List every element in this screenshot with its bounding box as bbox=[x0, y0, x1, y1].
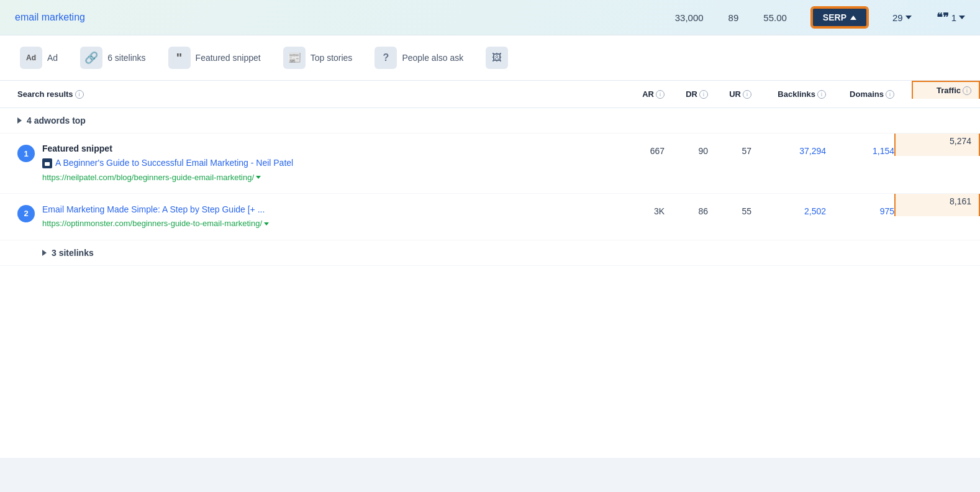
metric4-dropdown[interactable]: ❝❞ 1 bbox=[937, 11, 965, 24]
col-domains-label: Domains bbox=[850, 89, 884, 99]
col-ur-label: UR bbox=[729, 89, 741, 99]
ur-info-icon[interactable]: i bbox=[743, 90, 751, 99]
adwords-row[interactable]: 4 adwords top bbox=[0, 108, 980, 134]
serp-label: SERP bbox=[823, 12, 846, 22]
col-domains: Domains i bbox=[826, 89, 894, 99]
traffic-info-icon[interactable]: i bbox=[963, 86, 971, 95]
feature-featured-snippet[interactable]: " Featured snippet bbox=[168, 47, 261, 69]
result-2-number: 2 bbox=[17, 205, 35, 222]
result-1-number: 1 bbox=[17, 145, 35, 162]
feature-sitelinks-label: 6 sitelinks bbox=[107, 53, 145, 63]
keyword-label[interactable]: email marketing bbox=[15, 12, 114, 23]
image-icon: 🖼 bbox=[486, 47, 508, 69]
feature-featured-label: Featured snippet bbox=[196, 53, 261, 63]
col-dr-label: DR bbox=[686, 89, 697, 99]
metric2: 55.00 bbox=[763, 12, 787, 23]
url-2-caret-icon bbox=[264, 222, 269, 226]
result-1-title-col: 1 Featured snippet A Beginner's Guide to… bbox=[17, 144, 615, 183]
feature-sitelinks[interactable]: 🔗 6 sitelinks bbox=[80, 47, 145, 69]
result-2-content: Email Marketing Made Simple: A Step by S… bbox=[42, 204, 269, 230]
metric4-value: 1 bbox=[951, 12, 956, 23]
col-backlinks: Backlinks i bbox=[751, 89, 826, 99]
featured-snippet-icon: " bbox=[168, 47, 191, 69]
result-1-traffic: 5,274 bbox=[894, 134, 980, 156]
result-1-link[interactable]: A Beginner's Guide to Successful Email M… bbox=[42, 157, 293, 170]
table-row: 1 Featured snippet A Beginner's Guide to… bbox=[0, 134, 980, 194]
col-ar: AR i bbox=[615, 89, 665, 99]
people-ask-icon: ? bbox=[374, 47, 397, 69]
search-results-info-icon[interactable]: i bbox=[75, 90, 84, 99]
result-2-title: Email Marketing Made Simple: A Step by S… bbox=[42, 204, 265, 216]
result-1-domains[interactable]: 1,154 bbox=[826, 144, 894, 156]
top-bar: email marketing 33,000 89 55.00 SERP 29 … bbox=[0, 0, 980, 35]
result-2-backlinks[interactable]: 2,502 bbox=[751, 204, 826, 216]
col-traffic-label: Traffic bbox=[937, 86, 961, 95]
feature-top-stories-label: Top stories bbox=[311, 53, 353, 63]
result-2-domains[interactable]: 975 bbox=[826, 204, 894, 216]
serp-button[interactable]: SERP bbox=[812, 7, 868, 27]
sitelinks-icon: 🔗 bbox=[80, 47, 102, 69]
url-1-caret-icon bbox=[256, 176, 261, 179]
col-traffic: Traffic i bbox=[912, 81, 980, 99]
feature-top-stories[interactable]: 📰 Top stories bbox=[283, 47, 353, 69]
domains-info-icon[interactable]: i bbox=[886, 90, 894, 99]
ar-info-icon[interactable]: i bbox=[656, 90, 665, 99]
col-ar-label: AR bbox=[642, 89, 654, 99]
result-2-url: https://optinmonster.com/beginners-guide… bbox=[42, 218, 269, 229]
col-dr: DR i bbox=[665, 89, 708, 99]
result-1-ar: 667 bbox=[615, 144, 665, 156]
feature-ad[interactable]: Ad Ad bbox=[20, 47, 58, 69]
result-1-url: https://neilpatel.com/blog/beginners-gui… bbox=[42, 172, 293, 183]
table-header: Search results i AR i DR i UR i Backlink… bbox=[0, 81, 980, 108]
table-row: 2 Email Marketing Made Simple: A Step by… bbox=[0, 194, 980, 240]
volume-metric: 33,000 bbox=[675, 12, 704, 23]
dropdown-caret-icon bbox=[905, 16, 912, 19]
result-2-ur: 55 bbox=[708, 204, 751, 216]
metric3-value: 29 bbox=[892, 12, 903, 23]
featured-snippet-label: Featured snippet bbox=[42, 144, 293, 153]
result-1-ur: 57 bbox=[708, 144, 751, 156]
metric1: 89 bbox=[728, 12, 739, 23]
main-panel: Ad Ad 🔗 6 sitelinks " Featured snippet 📰… bbox=[0, 35, 980, 458]
sitelinks-label: 3 sitelinks bbox=[52, 248, 94, 258]
metric3-dropdown[interactable]: 29 bbox=[892, 12, 912, 23]
serp-features-bar: Ad Ad 🔗 6 sitelinks " Featured snippet 📰… bbox=[0, 35, 980, 81]
quote-icon: ❝❞ bbox=[937, 11, 949, 24]
ad-icon: Ad bbox=[20, 47, 42, 69]
dr-info-icon[interactable]: i bbox=[699, 90, 708, 99]
result-1-icon bbox=[42, 158, 52, 168]
result-2-link[interactable]: Email Marketing Made Simple: A Step by S… bbox=[42, 204, 269, 216]
result-1-content: Featured snippet A Beginner's Guide to S… bbox=[42, 144, 293, 183]
col-search-results: Search results i bbox=[17, 89, 615, 99]
adwords-label: 4 adwords top bbox=[27, 116, 86, 125]
top-stories-icon: 📰 bbox=[283, 47, 306, 69]
result-2-title-col: 2 Email Marketing Made Simple: A Step by… bbox=[17, 204, 615, 230]
feature-people-ask[interactable]: ? People also ask bbox=[374, 47, 463, 69]
serp-arrow-icon bbox=[850, 16, 856, 20]
result-2-dr: 86 bbox=[665, 204, 708, 216]
adwords-triangle-icon bbox=[17, 117, 22, 124]
feature-people-ask-label: People also ask bbox=[402, 53, 463, 63]
col-search-results-label: Search results bbox=[17, 89, 73, 99]
col-backlinks-label: Backlinks bbox=[778, 89, 815, 99]
result-1-dr: 90 bbox=[665, 144, 708, 156]
dropdown-caret2-icon bbox=[959, 16, 965, 19]
result-2-traffic: 8,161 bbox=[894, 194, 980, 216]
result-1-backlinks[interactable]: 37,294 bbox=[751, 144, 826, 156]
svg-rect-0 bbox=[45, 162, 50, 166]
result-2-ar: 3K bbox=[615, 204, 665, 216]
backlinks-info-icon[interactable]: i bbox=[817, 90, 826, 99]
results-section: Search results i AR i DR i UR i Backlink… bbox=[0, 81, 980, 278]
result-1-title: A Beginner's Guide to Successful Email M… bbox=[55, 157, 293, 170]
col-ur: UR i bbox=[708, 89, 751, 99]
sitelinks-row[interactable]: 3 sitelinks bbox=[0, 240, 980, 266]
sitelinks-triangle-icon bbox=[42, 250, 47, 256]
feature-ad-label: Ad bbox=[47, 53, 58, 63]
feature-image[interactable]: 🖼 bbox=[486, 47, 508, 69]
